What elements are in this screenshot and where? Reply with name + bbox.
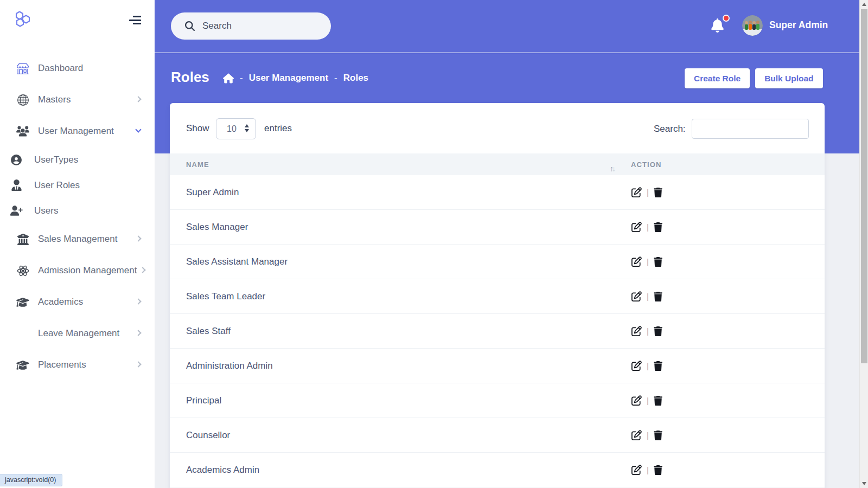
- notifications-button[interactable]: [711, 18, 725, 34]
- breadcrumb-user-management[interactable]: User Management: [249, 73, 328, 84]
- user-circle-icon: [10, 153, 23, 166]
- app-logo[interactable]: [12, 10, 34, 31]
- sidebar: Dashboard Masters User Management UserTy…: [0, 0, 155, 488]
- role-name: Principal: [170, 395, 624, 406]
- sidebar-item-label: Placements: [38, 359, 86, 370]
- table-row: Sales Team Leader |: [170, 279, 825, 314]
- globe-icon: [16, 93, 29, 106]
- user-name[interactable]: Super Admin: [769, 20, 828, 31]
- sidebar-item-dashboard[interactable]: Dashboard: [0, 53, 155, 84]
- trash-icon[interactable]: [654, 257, 662, 267]
- edit-icon[interactable]: [631, 395, 642, 406]
- column-header-name[interactable]: NAME ↑↓: [170, 159, 624, 169]
- sidebar-item-label: User Management: [38, 126, 114, 137]
- scrollbar-up-button[interactable]: [860, 0, 868, 9]
- edit-icon[interactable]: [631, 222, 642, 232]
- sidebar-item-admission-management[interactable]: Admission Management: [0, 255, 155, 286]
- sidebar-item-label: Dashboard: [38, 63, 83, 74]
- scrollbar-thumb[interactable]: [861, 9, 867, 363]
- sidebar-item-label: Sales Management: [38, 234, 117, 245]
- row-actions: |: [624, 430, 825, 440]
- chevron-right-icon: [135, 96, 141, 102]
- row-actions: |: [624, 222, 825, 232]
- trash-icon[interactable]: [654, 361, 662, 371]
- home-icon[interactable]: [223, 73, 234, 84]
- column-header-action[interactable]: ACTION: [624, 159, 825, 169]
- action-separator: |: [647, 188, 649, 197]
- bank-icon: [16, 233, 29, 246]
- users-icon: [16, 125, 29, 138]
- atom-icon: [16, 264, 29, 277]
- search-icon: [185, 21, 195, 31]
- sidebar-item-label: User Roles: [34, 180, 80, 191]
- role-name: Sales Assistant Manager: [170, 256, 624, 267]
- trash-icon[interactable]: [654, 465, 662, 475]
- sidebar-item-label: Admission Management: [38, 265, 137, 276]
- sidebar-item-sales-management[interactable]: Sales Management: [0, 223, 155, 255]
- breadcrumb-separator: -: [240, 73, 243, 84]
- bulk-upload-button[interactable]: Bulk Upload: [755, 68, 822, 88]
- role-name: Super Admin: [170, 187, 624, 198]
- trash-icon[interactable]: [654, 396, 662, 406]
- sidebar-item-usertypes[interactable]: UserTypes: [0, 147, 155, 172]
- entries-label: entries: [264, 123, 292, 134]
- trash-icon[interactable]: [654, 326, 662, 336]
- breadcrumb-separator: -: [334, 73, 337, 84]
- sidebar-header: [0, 0, 155, 53]
- row-actions: |: [624, 465, 825, 475]
- trash-icon[interactable]: [654, 222, 662, 232]
- sidebar-item-academics[interactable]: Academics: [0, 286, 155, 318]
- page-size-value: 10: [227, 124, 237, 134]
- bell-icon: [711, 18, 725, 33]
- sidebar-toggle-icon[interactable]: [129, 16, 141, 27]
- sidebar-item-label: Academics: [38, 297, 83, 307]
- sidebar-item-leave-management[interactable]: Leave Management: [0, 318, 155, 349]
- table-controls: Show 10 entries Search:: [170, 118, 825, 140]
- sidebar-item-masters[interactable]: Masters: [0, 84, 155, 115]
- table-search-label: Search:: [654, 124, 686, 134]
- create-role-button[interactable]: Create Role: [685, 68, 750, 88]
- page-title: Roles: [171, 69, 209, 86]
- edit-icon[interactable]: [631, 256, 642, 267]
- trash-icon[interactable]: [654, 431, 662, 440]
- role-name: Sales Staff: [170, 326, 624, 337]
- breadcrumb-roles[interactable]: Roles: [343, 73, 368, 84]
- sidebar-menu: Dashboard Masters User Management UserTy…: [0, 53, 155, 381]
- trash-icon[interactable]: [654, 292, 662, 301]
- table-search-input[interactable]: [692, 119, 809, 139]
- roles-table-card: Show 10 entries Search: NAME ↑↓ ACTION: [170, 103, 825, 488]
- user-plus-icon: [10, 204, 23, 217]
- table-row: Academics Admin |: [170, 453, 825, 487]
- table-row: Sales Assistant Manager |: [170, 245, 825, 279]
- edit-icon[interactable]: [631, 465, 642, 475]
- scrollbar-down-button[interactable]: [860, 479, 868, 488]
- edit-icon[interactable]: [631, 291, 642, 301]
- sidebar-item-label: Leave Management: [38, 328, 119, 339]
- edit-icon[interactable]: [631, 430, 642, 440]
- row-actions: |: [624, 256, 825, 267]
- role-name: Sales Team Leader: [170, 291, 624, 302]
- sort-arrows-icon[interactable]: ↑↓: [610, 164, 616, 173]
- app-window: Dashboard Masters User Management UserTy…: [0, 0, 868, 488]
- page-size-select[interactable]: 10: [216, 118, 256, 139]
- sidebar-item-placements[interactable]: Placements: [0, 349, 155, 381]
- user-tie-icon: [10, 179, 23, 192]
- notification-dot: [724, 16, 729, 21]
- trash-icon[interactable]: [654, 188, 662, 197]
- sidebar-item-user-management[interactable]: User Management: [0, 115, 155, 147]
- link-status-tooltip: javascript:void(0): [0, 474, 62, 486]
- role-name: Academics Admin: [170, 465, 624, 476]
- action-separator: |: [647, 292, 649, 301]
- sidebar-item-user-roles[interactable]: User Roles: [0, 172, 155, 198]
- role-name: Sales Manager: [170, 222, 624, 233]
- avatar[interactable]: [742, 15, 763, 36]
- sidebar-item-users[interactable]: Users: [0, 198, 155, 223]
- edit-icon[interactable]: [631, 187, 642, 197]
- edit-icon[interactable]: [631, 361, 642, 371]
- table-row: Sales Staff |: [170, 314, 825, 349]
- edit-icon[interactable]: [631, 326, 642, 336]
- action-separator: |: [647, 257, 649, 266]
- table-row: Super Admin |: [170, 175, 825, 210]
- global-search-input[interactable]: [202, 21, 316, 31]
- breadcrumb: - User Management - Roles: [223, 73, 368, 84]
